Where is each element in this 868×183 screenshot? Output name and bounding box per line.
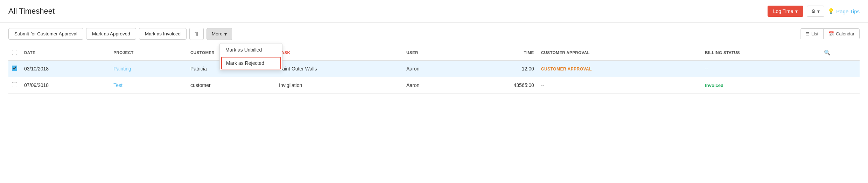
toolbar: Submit for Customer Approval Mark as App… — [0, 23, 868, 45]
row-user: Aaron — [403, 77, 460, 94]
view-toggle: ☰ List 📅 Calendar — [800, 28, 860, 39]
calendar-label: Calendar — [836, 31, 854, 36]
mark-invoiced-button[interactable]: Mark as Invoiced — [139, 28, 187, 40]
more-button[interactable]: More ▾ — [206, 28, 232, 40]
row-date: 07/09/2018 — [21, 77, 110, 94]
header-actions: Log Time ▾ ⚙ ▾ 💡 Page Tips — [768, 6, 860, 17]
list-label: List — [811, 31, 818, 36]
mark-unbilled-item[interactable]: Mark as Unbilled — [220, 43, 282, 56]
log-time-label: Log Time — [773, 8, 793, 14]
row-project: Painting — [110, 60, 187, 77]
log-time-button[interactable]: Log Time ▾ — [768, 6, 804, 17]
page-title: All Timesheet — [8, 7, 55, 16]
search-icon[interactable]: 🔍 — [824, 49, 831, 55]
row-action-cell — [820, 60, 860, 77]
row-checkbox[interactable] — [12, 66, 17, 71]
row-customer: customer — [187, 77, 275, 94]
gear-caret: ▾ — [817, 8, 820, 14]
row-customer-approval: -- — [538, 77, 701, 94]
table-row: 07/09/2018 Test customer Invigilation Aa… — [8, 77, 860, 94]
customer-approval-status: -- — [541, 82, 544, 88]
col-user: USER — [403, 45, 460, 60]
col-search: 🔍 — [820, 45, 860, 60]
list-view-button[interactable]: ☰ List — [800, 29, 824, 39]
more-dropdown: Mark as Unbilled Mark as Rejected — [219, 43, 282, 70]
row-action-cell — [820, 77, 860, 94]
row-task: Paint Outer Walls — [275, 60, 403, 77]
row-checkbox[interactable] — [12, 82, 17, 87]
lightbulb-icon: 💡 — [828, 8, 834, 14]
trash-icon: 🗑 — [194, 31, 199, 37]
row-time: 12:00 — [460, 60, 538, 77]
submit-customer-approval-button[interactable]: Submit for Customer Approval — [8, 28, 83, 40]
row-checkbox-cell — [8, 77, 21, 94]
row-customer-approval: CUSTOMER APPROVAL — [538, 60, 701, 77]
delete-button[interactable]: 🗑 — [189, 28, 204, 40]
col-customer-approval: CUSTOMER APPROVAL — [538, 45, 701, 60]
select-all-header — [8, 45, 21, 60]
row-user: Aaron — [403, 60, 460, 77]
col-task: TASK — [275, 45, 403, 60]
page-tips-button[interactable]: 💡 Page Tips — [828, 8, 860, 14]
project-link[interactable]: Painting — [113, 66, 131, 72]
more-caret: ▾ — [224, 31, 227, 37]
col-project: PROJECT — [110, 45, 187, 60]
billing-status-value: -- — [705, 66, 708, 72]
list-icon: ☰ — [805, 31, 810, 36]
timesheet-table-container: DATE PROJECT CUSTOMER TASK USER TIME CUS… — [0, 45, 868, 94]
customer-approval-status: CUSTOMER APPROVAL — [541, 67, 592, 72]
log-time-caret: ▾ — [795, 8, 798, 14]
row-project: Test — [110, 77, 187, 94]
page-tips-label: Page Tips — [836, 8, 860, 14]
project-link[interactable]: Test — [113, 82, 122, 88]
row-time: 43565:00 — [460, 77, 538, 94]
table-header-row: DATE PROJECT CUSTOMER TASK USER TIME CUS… — [8, 45, 860, 60]
gear-button[interactable]: ⚙ ▾ — [807, 6, 824, 17]
row-checkbox-cell — [8, 60, 21, 77]
more-label: More — [212, 31, 223, 36]
mark-rejected-item[interactable]: Mark as Rejected — [221, 57, 281, 69]
select-all-checkbox[interactable] — [12, 50, 17, 55]
calendar-view-button[interactable]: 📅 Calendar — [824, 29, 859, 39]
page-header: All Timesheet Log Time ▾ ⚙ ▾ 💡 Page Tips — [0, 0, 868, 23]
col-date: DATE — [21, 45, 110, 60]
row-task: Invigilation — [275, 77, 403, 94]
row-billing-status: Invoiced — [701, 77, 820, 94]
row-billing-status: -- — [701, 60, 820, 77]
col-billing-status: BILLING STATUS — [701, 45, 820, 60]
billing-status-value: Invoiced — [705, 83, 723, 88]
table-row: 03/10/2018 Painting Patricia Paint Outer… — [8, 60, 860, 77]
timesheet-table: DATE PROJECT CUSTOMER TASK USER TIME CUS… — [8, 45, 860, 94]
calendar-icon: 📅 — [828, 31, 834, 36]
gear-icon: ⚙ — [811, 8, 816, 14]
col-time: TIME — [460, 45, 538, 60]
mark-approved-button[interactable]: Mark as Approved — [86, 28, 136, 40]
row-date: 03/10/2018 — [21, 60, 110, 77]
